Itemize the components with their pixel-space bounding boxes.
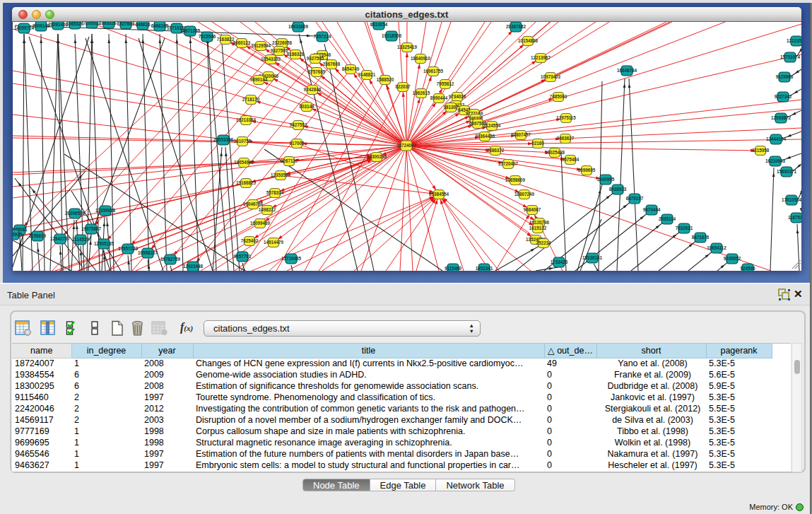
svg-text:16210643: 16210643	[765, 158, 786, 163]
svg-text:7625402: 7625402	[241, 238, 259, 243]
svg-text:6099695: 6099695	[578, 168, 596, 173]
svg-text:10807457: 10807457	[511, 132, 531, 137]
svg-text:16033809: 16033809	[288, 24, 309, 29]
svg-text:10658609: 10658609	[505, 177, 526, 182]
svg-text:6479197: 6479197	[626, 196, 644, 201]
svg-text:12505135: 12505135	[94, 241, 114, 246]
svg-text:18300295: 18300295	[367, 154, 387, 159]
svg-text:8990444: 8990444	[430, 95, 448, 100]
svg-text:8186328: 8186328	[287, 52, 305, 57]
svg-text:20053346: 20053346	[213, 137, 234, 142]
svg-text:8454749: 8454749	[342, 66, 360, 71]
svg-text:8938923: 8938923	[609, 187, 627, 192]
svg-text:19384554: 19384554	[429, 192, 449, 197]
svg-text:12093872: 12093872	[771, 115, 792, 120]
svg-text:14914479: 14914479	[264, 240, 284, 245]
svg-text:12213967: 12213967	[531, 55, 551, 60]
svg-text:16961755: 16961755	[423, 69, 444, 74]
svg-text:2718170: 2718170	[242, 97, 260, 102]
svg-text:9890144: 9890144	[250, 77, 268, 82]
svg-text:12123560: 12123560	[787, 38, 801, 43]
svg-text:2935114: 2935114	[659, 216, 676, 221]
svg-text:17957223: 17957223	[118, 246, 139, 251]
svg-text:9427552: 9427552	[290, 122, 307, 127]
svg-text:924506: 924506	[740, 266, 755, 271]
svg-text:1733426: 1733426	[551, 259, 568, 264]
svg-text:646616: 646616	[135, 22, 151, 27]
svg-text:1452341: 1452341	[476, 266, 493, 271]
svg-text:12353594: 12353594	[271, 173, 291, 177]
svg-text:1362615: 1362615	[413, 90, 430, 95]
svg-text:18640910: 18640910	[411, 56, 431, 61]
svg-text:8757685: 8757685	[308, 69, 326, 74]
svg-text:981307: 981307	[443, 105, 459, 110]
svg-text:3915935: 3915935	[13, 232, 23, 237]
svg-text:20387682: 20387682	[506, 24, 526, 29]
svg-text:9684067: 9684067	[524, 207, 541, 212]
svg-text:62160: 62160	[531, 141, 544, 146]
svg-text:10025438: 10025438	[545, 150, 565, 155]
svg-text:15136141: 15136141	[582, 255, 603, 260]
svg-text:8471676: 8471676	[692, 235, 710, 240]
svg-text:9227342: 9227342	[775, 94, 792, 99]
svg-text:14055724: 14055724	[14, 25, 35, 30]
svg-text:15720407: 15720407	[498, 161, 519, 166]
svg-text:9463627: 9463627	[557, 136, 575, 141]
svg-text:1065326: 1065326	[66, 22, 84, 26]
svg-text:2367608: 2367608	[323, 62, 341, 66]
svg-text:16782759: 16782759	[160, 257, 181, 262]
svg-text:5578334: 5578334	[266, 190, 284, 195]
svg-text:10046798: 10046798	[243, 201, 264, 206]
svg-text:10543302: 10543302	[261, 57, 281, 62]
svg-text:7357224: 7357224	[314, 34, 331, 39]
svg-text:822037: 822037	[395, 84, 411, 89]
svg-text:3124554: 3124554	[483, 123, 501, 128]
svg-text:2386372: 2386372	[487, 148, 505, 153]
svg-text:10154838: 10154838	[518, 38, 539, 43]
svg-text:1167533: 1167533	[788, 215, 801, 220]
svg-text:12444154: 12444154	[766, 136, 787, 141]
svg-text:7955812: 7955812	[437, 81, 454, 86]
svg-text:9129966: 9129966	[776, 74, 794, 79]
svg-text:7515546: 7515546	[199, 34, 216, 39]
svg-text:1640995: 1640995	[597, 177, 615, 182]
svg-text:9657791: 9657791	[234, 254, 252, 259]
svg-text:12923448: 12923448	[183, 264, 204, 269]
svg-text:9474444: 9474444	[643, 207, 661, 212]
svg-text:12975115: 12975115	[556, 115, 576, 120]
svg-text:16671355: 16671355	[180, 28, 201, 33]
svg-text:16648784: 16648784	[617, 68, 637, 73]
svg-text:917005: 917005	[289, 141, 305, 146]
svg-text:9245052: 9245052	[724, 256, 741, 261]
svg-text:1610755: 1610755	[234, 139, 252, 144]
svg-text:9242848: 9242848	[304, 87, 322, 92]
svg-text:10653267: 10653267	[99, 22, 119, 25]
svg-text:19218506: 19218506	[382, 33, 402, 38]
svg-text:15716485: 15716485	[281, 256, 302, 261]
svg-text:39129544: 39129544	[251, 43, 271, 48]
svg-text:8660123: 8660123	[233, 40, 251, 45]
svg-text:7163822: 7163822	[217, 37, 235, 42]
svg-text:1498222: 1498222	[259, 207, 276, 212]
svg-text:3267110: 3267110	[281, 158, 298, 163]
svg-text:8813054: 8813054	[370, 22, 388, 27]
svg-text:3215958: 3215958	[752, 148, 770, 153]
svg-text:15751074: 15751074	[780, 54, 801, 59]
svg-text:12213383: 12213383	[236, 117, 257, 122]
svg-text:7485063: 7485063	[550, 94, 567, 99]
svg-text:19166825: 19166825	[236, 180, 257, 185]
svg-text:19975867: 19975867	[81, 226, 102, 231]
svg-text:10958107: 10958107	[138, 250, 158, 255]
svg-text:12942737: 12942737	[50, 236, 71, 241]
svg-text:9734028: 9734028	[449, 94, 466, 99]
svg-text:10654112: 10654112	[707, 245, 726, 250]
svg-text:1156819: 1156819	[29, 233, 47, 238]
svg-text:9146821: 9146821	[358, 72, 376, 77]
svg-text:20206576: 20206576	[65, 211, 86, 216]
svg-text:9115460: 9115460	[445, 266, 462, 271]
svg-text:23226058: 23226058	[272, 40, 293, 45]
svg-text:803144: 803144	[299, 104, 314, 109]
svg-text:20364436: 20364436	[475, 134, 495, 139]
svg-text:10973403: 10973403	[541, 74, 561, 79]
svg-text:20091406: 20091406	[48, 22, 69, 27]
